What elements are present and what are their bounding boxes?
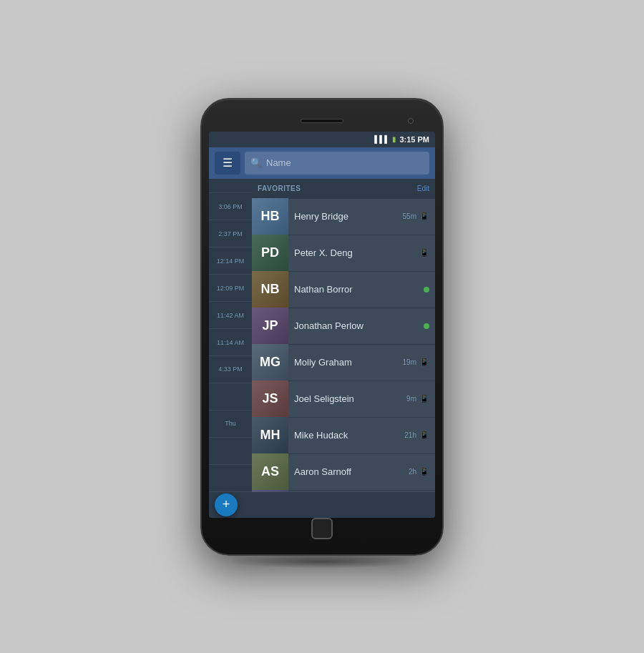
contact-meta: 19m📱: [403, 358, 429, 367]
avatar-placeholder: JS: [252, 380, 288, 417]
contact-meta: [424, 287, 429, 293]
contact-item-3[interactable]: NBNathan Borror: [252, 272, 435, 308]
phone-device: ▌▌▌ ▮ 3:15 PM ☰ 🔍 Name 3:06 PM2:37 PM12:…: [200, 98, 444, 556]
mobile-icon: 📱: [419, 431, 429, 440]
avatar: MH: [252, 417, 288, 453]
status-bar: ▌▌▌ ▮ 3:15 PM: [209, 132, 435, 147]
content-area: 3:06 PM2:37 PM12:14 PM12:09 PM11:42 AM11…: [209, 179, 435, 492]
contact-item-5[interactable]: MGMolly Graham19m📱: [252, 345, 435, 381]
search-icon: 🔍: [250, 157, 262, 168]
sidebar-time-4: 12:09 PM: [209, 275, 252, 302]
contact-time: 21h: [404, 431, 416, 439]
contacts-list: FAVORITES Edit HBHenry Bridge55m📱PDPeter…: [252, 179, 435, 492]
avatar: MG: [252, 344, 288, 380]
avatar-placeholder: JP: [252, 308, 288, 344]
contacts-icon-button[interactable]: ☰: [215, 152, 240, 175]
avatar: AS: [252, 453, 288, 490]
mobile-icon: 📱: [419, 394, 429, 403]
camera: [408, 118, 414, 124]
phone-top-bar: [209, 110, 435, 132]
section-label: FAVORITES: [258, 185, 301, 192]
avatar-placeholder: HB: [252, 198, 288, 235]
contact-item-1[interactable]: HBHenry Bridge55m📱: [252, 199, 435, 235]
avatar-placeholder: MG: [252, 344, 288, 380]
sidebar-time-6: 11:14 AM: [209, 329, 252, 356]
contact-meta: 21h📱: [404, 431, 429, 440]
search-placeholder: Name: [266, 157, 291, 168]
avatar: NB: [252, 271, 288, 308]
status-time: 3:15 PM: [399, 135, 429, 144]
sidebar-time-7: 4:33 PM: [209, 356, 252, 383]
sidebar-time-9: Thu: [209, 411, 252, 438]
edit-button[interactable]: Edit: [417, 185, 429, 192]
sidebar-time-3: 12:14 PM: [209, 247, 252, 275]
sidebar-time-2: 2:37 PM: [209, 220, 252, 247]
avatar: PD: [252, 235, 288, 271]
sidebar-header-spacer: [209, 179, 252, 194]
left-sidebar: 3:06 PM2:37 PM12:14 PM12:09 PM11:42 AM11…: [209, 179, 252, 492]
battery-icon: ▮: [392, 135, 396, 143]
contacts-container: HBHenry Bridge55m📱PDPeter X. Deng📱NBNath…: [252, 199, 435, 492]
contact-name: Peter X. Deng: [288, 247, 419, 258]
contact-meta: 📱: [419, 248, 429, 257]
sidebar-time-1: 3:06 PM: [209, 193, 252, 220]
contact-item-6[interactable]: JSJoel Seligstein9m📱: [252, 381, 435, 418]
section-header: FAVORITES Edit: [252, 179, 435, 199]
contact-meta: 55m📱: [403, 212, 429, 221]
contact-time: 2h: [409, 468, 416, 476]
contact-name: Aaron Sarnoff: [288, 466, 409, 477]
phone-screen: ▌▌▌ ▮ 3:15 PM ☰ 🔍 Name 3:06 PM2:37 PM12:…: [209, 132, 435, 518]
mobile-icon: 📱: [419, 212, 429, 221]
mobile-icon: 📱: [419, 467, 429, 476]
avatar-placeholder: NB: [252, 271, 288, 308]
contact-meta: [424, 323, 429, 329]
signal-icon: ▌▌▌: [374, 135, 389, 143]
plus-icon: +: [223, 497, 230, 512]
phone-bottom-bar: [209, 518, 435, 539]
search-box[interactable]: 🔍 Name: [245, 152, 429, 175]
top-bar: ☰ 🔍 Name: [209, 147, 435, 179]
avatar-placeholder: AS: [252, 453, 288, 490]
avatar: JP: [252, 308, 288, 344]
mobile-icon: 📱: [419, 248, 429, 257]
contact-item-2[interactable]: PDPeter X. Deng📱: [252, 235, 435, 272]
online-indicator: [424, 287, 429, 293]
contact-name: Henry Bridge: [288, 211, 403, 222]
home-button[interactable]: [311, 518, 333, 539]
new-message-button[interactable]: +: [215, 494, 238, 516]
sidebar-time-8: [209, 383, 252, 411]
contact-time: 9m: [406, 395, 416, 403]
contact-item-4[interactable]: JPJonathan Perlow: [252, 308, 435, 345]
contact-name: Joel Seligstein: [288, 393, 406, 404]
contact-meta: 9m📱: [406, 394, 429, 403]
contact-time: 55m: [403, 212, 416, 220]
sidebar-time-10: [209, 438, 252, 465]
avatar-placeholder: PD: [252, 235, 288, 271]
avatar-placeholder: MH: [252, 417, 288, 453]
contact-time: 19m: [403, 358, 416, 366]
sidebar-time-5: 11:42 AM: [209, 302, 252, 329]
contact-meta: 2h📱: [409, 467, 429, 476]
speaker: [301, 119, 343, 123]
contact-name: Nathan Borror: [288, 284, 424, 295]
contact-name: Jonathan Perlow: [288, 320, 424, 331]
contact-item-8[interactable]: ASAaron Sarnoff2h📱: [252, 454, 435, 491]
contacts-icon: ☰: [223, 156, 233, 170]
phone-shadow: [226, 554, 419, 569]
sidebar-time-11: [209, 465, 252, 492]
bottom-bar: +: [209, 492, 435, 518]
avatar: JS: [252, 380, 288, 417]
contact-name: Molly Graham: [288, 357, 403, 368]
contact-item-7[interactable]: MHMike Hudack21h📱: [252, 418, 435, 454]
mobile-icon: 📱: [419, 358, 429, 367]
contact-name: Mike Hudack: [288, 430, 404, 441]
online-indicator: [424, 323, 429, 329]
avatar: HB: [252, 198, 288, 235]
